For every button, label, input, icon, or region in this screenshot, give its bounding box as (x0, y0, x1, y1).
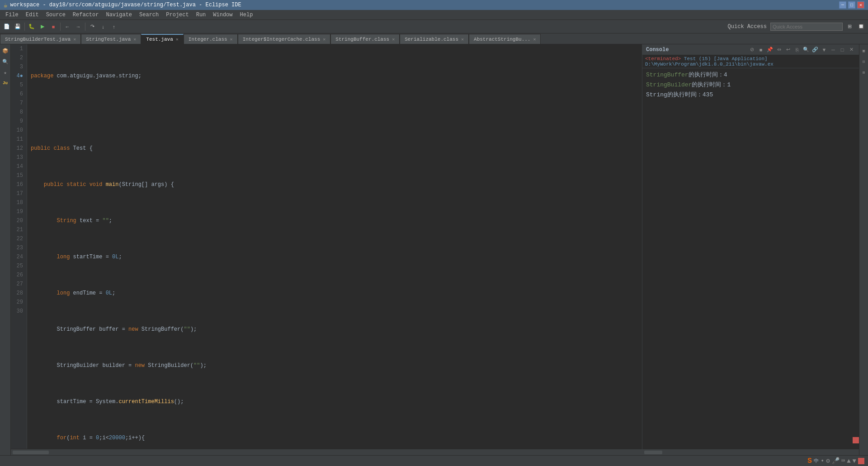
taskbar-icon-arrow2[interactable]: ▼ (853, 457, 856, 465)
tab-abstractstring[interactable]: AbstractStringBu... ✕ (469, 34, 541, 44)
code-line-8: StringBuffer buffer = new StringBuffer("… (31, 325, 642, 334)
scroll-thumb[interactable] (13, 451, 49, 454)
menu-search[interactable]: Search (136, 10, 162, 19)
run-button[interactable]: ▶ (38, 22, 47, 32)
save-button[interactable]: 💾 (13, 22, 23, 32)
taskbar-icon-arrow1[interactable]: ▲ (847, 457, 850, 465)
console-open-in-editor[interactable]: 🔗 (811, 46, 819, 54)
taskbar-icon-settings[interactable]: ⚙ (826, 457, 830, 465)
tab-label: Serializable.class (405, 37, 458, 42)
console-scroll-bottom[interactable] (853, 437, 859, 443)
console-output-line-2: StringBuilder的执行时间：1 (646, 80, 855, 90)
forward-button[interactable]: → (73, 22, 83, 32)
menu-project[interactable]: Project (162, 10, 192, 19)
taskbar-icon-sogou[interactable]: S (807, 457, 812, 465)
console-output: StringBuffer的执行时间：4 StringBuilder的执行时间：1… (642, 68, 859, 449)
code-container[interactable]: 1 2 3 4● 5 6 7 8 9 10 11 12 13 14 15 16 … (11, 44, 642, 449)
close-button[interactable]: ✕ (857, 1, 864, 9)
menu-edit[interactable]: Edit (22, 10, 42, 19)
menu-refactor[interactable]: Refactor (69, 10, 103, 19)
tab-integercache[interactable]: Integer$IntegerCache.class ✕ (238, 34, 331, 44)
step-return[interactable]: ↑ (109, 22, 119, 32)
line-num-17: 17 (14, 189, 23, 198)
menu-source[interactable]: Source (42, 10, 69, 19)
console-scrollbar[interactable] (642, 449, 859, 455)
step-over[interactable]: ↷ (87, 22, 97, 32)
menu-file[interactable]: File (2, 10, 22, 19)
console-copy-button[interactable]: ⎘ (793, 46, 801, 54)
taskbar-indicator (858, 458, 864, 464)
code-line-9: StringBuilder builder = new StringBuilde… (31, 361, 642, 370)
minimize-button[interactable]: ─ (839, 1, 846, 9)
tab-stringbuffer[interactable]: StringBuffer.class ✕ (330, 34, 400, 44)
tab-stringtest[interactable]: StringTest.java ✕ (81, 34, 141, 44)
editor-scrollbar[interactable] (11, 449, 642, 455)
sidebar-icon-java[interactable]: Ju (1, 79, 10, 88)
back-button[interactable]: ← (62, 22, 72, 32)
taskbar-icon-dot[interactable]: • (821, 457, 824, 465)
console-scroll-lock[interactable]: ⇔ (775, 46, 783, 54)
tab-integer-class[interactable]: Integer.class ✕ (184, 34, 238, 44)
right-sidebar-icon-3[interactable]: ⊞ (859, 68, 868, 77)
console-stop-button[interactable]: ■ (757, 46, 765, 54)
line-num-27: 27 (14, 280, 23, 289)
console-view-menu[interactable]: ▼ (820, 46, 828, 54)
right-sidebar-icon-1[interactable]: ▣ (859, 46, 868, 55)
menu-window[interactable]: Window (209, 10, 236, 19)
quick-access-input[interactable] (770, 23, 843, 31)
title-bar-controls[interactable]: ─ □ ✕ (839, 1, 864, 9)
line-num-22: 22 (14, 234, 23, 243)
menu-run[interactable]: Run (193, 10, 210, 19)
tab-close-integer[interactable]: ✕ (230, 37, 233, 42)
sidebar-icon-search[interactable]: 🔍 (1, 57, 10, 66)
tab-close-abstractstring[interactable]: ✕ (533, 37, 536, 42)
title-bar: ☕ workspace - day18/src/com/atguigu/java… (0, 0, 868, 10)
sidebar-icon-bookmark[interactable]: ★ (1, 68, 10, 77)
editor-area[interactable]: 1 2 3 4● 5 6 7 8 9 10 11 12 13 14 15 16 … (11, 44, 642, 455)
menu-navigate[interactable]: Navigate (102, 10, 136, 19)
new-button[interactable]: 📄 (2, 22, 12, 32)
stop-button[interactable]: ■ (48, 22, 58, 32)
console-minimize[interactable]: ─ (829, 46, 837, 54)
taskbar-icon-ime[interactable]: 中 (814, 457, 819, 464)
line-num-6: 6 (14, 90, 23, 99)
tab-close-integercache[interactable]: ✕ (323, 37, 326, 42)
main-area: 📦 🔍 ★ Ju 1 2 3 4● 5 6 7 8 9 10 11 12 13 … (0, 44, 868, 455)
line-num-24: 24 (14, 252, 23, 262)
taskbar-icon-mic[interactable]: 🎤 (832, 457, 840, 465)
right-sidebar-icon-2[interactable]: ⊡ (859, 57, 868, 66)
line-num-29: 29 (14, 298, 23, 307)
tab-close-serializable[interactable]: ✕ (461, 37, 464, 42)
tab-close-testjava[interactable]: ✕ (176, 37, 179, 42)
code-line-1: package com.atguigu.javase.string; (31, 71, 642, 81)
tab-testjava[interactable]: Test.java ✕ (141, 34, 183, 44)
line-numbers: 1 2 3 4● 5 6 7 8 9 10 11 12 13 14 15 16 … (11, 44, 27, 449)
console-maximize[interactable]: □ (838, 46, 846, 54)
tab-close-stringbuffer[interactable]: ✕ (392, 37, 395, 42)
tab-close-stringtest[interactable]: ✕ (133, 37, 136, 42)
step-into[interactable]: ↓ (98, 22, 108, 32)
line-num-1: 1 (14, 44, 23, 53)
maximize-view-button[interactable]: 🔲 (856, 22, 866, 32)
title-bar-left: ☕ workspace - day18/src/com/atguigu/java… (4, 1, 241, 9)
tab-serializable[interactable]: Serializable.class ✕ (400, 34, 469, 44)
taskbar-icon-keyboard[interactable]: ⌨ (841, 457, 845, 465)
maximize-button[interactable]: □ (848, 1, 855, 9)
tab-close-stringbuildertest[interactable]: ✕ (73, 37, 76, 42)
console-scroll-thumb[interactable] (644, 451, 662, 454)
console-clear-button[interactable]: ⊘ (748, 46, 756, 54)
perspectives-button[interactable]: ⊞ (844, 22, 854, 32)
console-word-wrap[interactable]: ↩ (784, 46, 792, 54)
tab-stringbuildertest[interactable]: StringBuilderTest.java ✕ (0, 34, 81, 44)
menu-help[interactable]: Help (236, 10, 257, 19)
left-sidebar: 📦 🔍 ★ Ju (0, 44, 11, 455)
code-content[interactable]: package com.atguigu.javase.string; publi… (27, 44, 642, 449)
sidebar-icon-package[interactable]: 📦 (1, 46, 10, 55)
debug-button[interactable]: 🐛 (27, 22, 37, 32)
line-num-10: 10 (14, 126, 23, 135)
line-num-16: 16 (14, 180, 23, 189)
console-pin-button[interactable]: 📌 (766, 46, 774, 54)
line-num-14: 14 (14, 162, 23, 171)
console-close[interactable]: ✕ (847, 46, 855, 54)
console-find-button[interactable]: 🔍 (802, 46, 810, 54)
